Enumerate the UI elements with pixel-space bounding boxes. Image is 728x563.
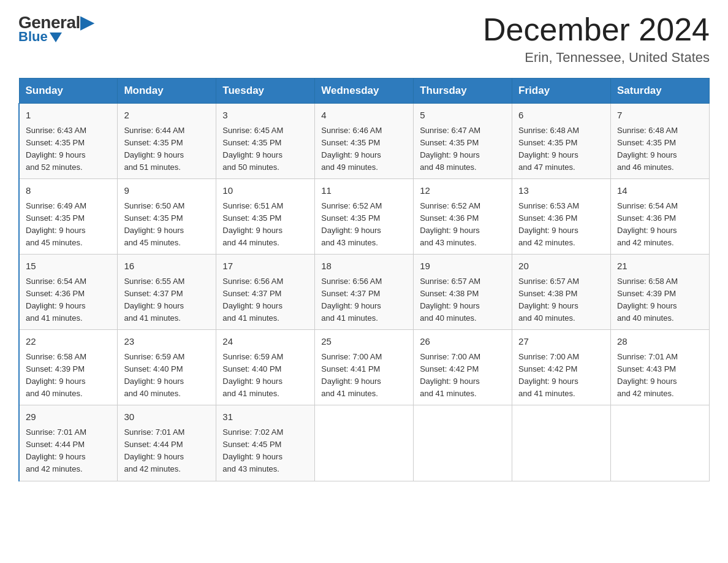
day-number: 26	[420, 335, 506, 349]
day-number: 9	[124, 184, 210, 198]
day-number: 11	[321, 184, 407, 198]
calendar-cell: 28Sunrise: 7:01 AMSunset: 4:43 PMDayligh…	[611, 330, 710, 405]
day-number: 19	[420, 259, 506, 274]
calendar-week-row: 29Sunrise: 7:01 AMSunset: 4:44 PMDayligh…	[19, 405, 710, 481]
day-number: 12	[420, 184, 506, 198]
calendar-subtitle: Erin, Tennessee, United States	[483, 50, 710, 66]
calendar-title: December 2024	[483, 12, 710, 47]
day-number: 24	[222, 335, 308, 349]
calendar-cell: 21Sunrise: 6:58 AMSunset: 4:39 PMDayligh…	[611, 255, 710, 330]
day-number: 20	[518, 259, 604, 274]
day-number: 10	[222, 184, 308, 198]
day-info: Sunrise: 6:51 AMSunset: 4:35 PMDaylight:…	[222, 200, 308, 250]
day-info: Sunrise: 6:46 AMSunset: 4:35 PMDaylight:…	[321, 124, 407, 174]
day-info: Sunrise: 6:48 AMSunset: 4:35 PMDaylight:…	[617, 124, 703, 174]
day-info: Sunrise: 6:54 AMSunset: 4:36 PMDaylight:…	[617, 200, 703, 250]
calendar-cell: 8Sunrise: 6:49 AMSunset: 4:35 PMDaylight…	[19, 179, 118, 255]
calendar-cell: 5Sunrise: 6:47 AMSunset: 4:35 PMDaylight…	[414, 104, 512, 179]
day-info: Sunrise: 6:48 AMSunset: 4:35 PMDaylight:…	[518, 124, 604, 174]
day-info: Sunrise: 6:59 AMSunset: 4:40 PMDaylight:…	[222, 351, 308, 400]
calendar-cell: 20Sunrise: 6:57 AMSunset: 4:38 PMDayligh…	[512, 255, 611, 330]
calendar-cell	[414, 405, 512, 481]
calendar-cell: 16Sunrise: 6:55 AMSunset: 4:37 PMDayligh…	[118, 255, 216, 330]
header-monday: Monday	[118, 79, 216, 104]
day-number: 4	[321, 109, 407, 123]
day-number: 31	[222, 410, 308, 424]
day-number: 2	[124, 109, 210, 123]
calendar-cell: 17Sunrise: 6:56 AMSunset: 4:37 PMDayligh…	[216, 255, 315, 330]
day-number: 28	[617, 335, 703, 349]
day-number: 15	[26, 259, 111, 274]
day-info: Sunrise: 6:55 AMSunset: 4:37 PMDaylight:…	[124, 275, 210, 325]
day-info: Sunrise: 6:45 AMSunset: 4:35 PMDaylight:…	[222, 124, 308, 174]
day-number: 23	[124, 335, 210, 349]
calendar-cell: 26Sunrise: 7:00 AMSunset: 4:42 PMDayligh…	[414, 330, 512, 405]
calendar-cell: 24Sunrise: 6:59 AMSunset: 4:40 PMDayligh…	[216, 330, 315, 405]
day-number: 18	[321, 259, 407, 274]
calendar-cell: 12Sunrise: 6:52 AMSunset: 4:36 PMDayligh…	[414, 179, 512, 255]
calendar-week-row: 22Sunrise: 6:58 AMSunset: 4:39 PMDayligh…	[19, 330, 710, 405]
calendar-cell: 2Sunrise: 6:44 AMSunset: 4:35 PMDaylight…	[118, 104, 216, 179]
day-number: 7	[617, 109, 703, 123]
day-number: 6	[518, 109, 604, 123]
calendar-cell: 6Sunrise: 6:48 AMSunset: 4:35 PMDaylight…	[512, 104, 611, 179]
day-info: Sunrise: 6:56 AMSunset: 4:37 PMDaylight:…	[321, 275, 407, 325]
calendar-cell: 22Sunrise: 6:58 AMSunset: 4:39 PMDayligh…	[19, 330, 118, 405]
calendar-cell: 14Sunrise: 6:54 AMSunset: 4:36 PMDayligh…	[611, 179, 710, 255]
day-number: 25	[321, 335, 407, 349]
day-info: Sunrise: 6:58 AMSunset: 4:39 PMDaylight:…	[26, 351, 111, 400]
day-info: Sunrise: 6:58 AMSunset: 4:39 PMDaylight:…	[617, 275, 703, 325]
day-number: 14	[617, 184, 703, 198]
calendar-cell: 1Sunrise: 6:43 AMSunset: 4:35 PMDaylight…	[19, 104, 118, 179]
day-info: Sunrise: 6:50 AMSunset: 4:35 PMDaylight:…	[124, 200, 210, 250]
day-number: 30	[124, 410, 210, 424]
logo: General▶ Blue	[18, 12, 93, 45]
day-info: Sunrise: 7:01 AMSunset: 4:44 PMDaylight:…	[26, 426, 111, 476]
day-info: Sunrise: 6:56 AMSunset: 4:37 PMDaylight:…	[222, 275, 308, 325]
calendar-cell: 23Sunrise: 6:59 AMSunset: 4:40 PMDayligh…	[118, 330, 216, 405]
day-info: Sunrise: 7:01 AMSunset: 4:44 PMDaylight:…	[124, 426, 210, 476]
calendar-cell: 30Sunrise: 7:01 AMSunset: 4:44 PMDayligh…	[118, 405, 216, 481]
day-info: Sunrise: 7:02 AMSunset: 4:45 PMDaylight:…	[222, 426, 308, 476]
calendar-cell: 25Sunrise: 7:00 AMSunset: 4:41 PMDayligh…	[315, 330, 414, 405]
day-info: Sunrise: 6:59 AMSunset: 4:40 PMDaylight:…	[124, 351, 210, 400]
day-number: 1	[26, 109, 111, 123]
page-header: General▶ Blue December 2024 Erin, Tennes…	[18, 12, 710, 66]
header-friday: Friday	[512, 79, 611, 104]
weekday-header-row: Sunday Monday Tuesday Wednesday Thursday…	[19, 79, 710, 104]
calendar-cell: 10Sunrise: 6:51 AMSunset: 4:35 PMDayligh…	[216, 179, 315, 255]
calendar-cell	[512, 405, 611, 481]
day-info: Sunrise: 7:00 AMSunset: 4:42 PMDaylight:…	[420, 351, 506, 400]
calendar-cell: 27Sunrise: 7:00 AMSunset: 4:42 PMDayligh…	[512, 330, 611, 405]
calendar-week-row: 1Sunrise: 6:43 AMSunset: 4:35 PMDaylight…	[19, 104, 710, 179]
day-info: Sunrise: 6:57 AMSunset: 4:38 PMDaylight:…	[420, 275, 506, 325]
day-number: 5	[420, 109, 506, 123]
day-info: Sunrise: 6:44 AMSunset: 4:35 PMDaylight:…	[124, 124, 210, 174]
calendar-cell: 19Sunrise: 6:57 AMSunset: 4:38 PMDayligh…	[414, 255, 512, 330]
day-info: Sunrise: 6:53 AMSunset: 4:36 PMDaylight:…	[518, 200, 604, 250]
calendar-cell: 3Sunrise: 6:45 AMSunset: 4:35 PMDaylight…	[216, 104, 315, 179]
calendar-week-row: 15Sunrise: 6:54 AMSunset: 4:36 PMDayligh…	[19, 255, 710, 330]
day-info: Sunrise: 7:00 AMSunset: 4:42 PMDaylight:…	[518, 351, 604, 400]
logo-blue-text: Blue	[18, 29, 62, 45]
calendar-cell: 18Sunrise: 6:56 AMSunset: 4:37 PMDayligh…	[315, 255, 414, 330]
day-info: Sunrise: 6:52 AMSunset: 4:36 PMDaylight:…	[420, 200, 506, 250]
day-number: 17	[222, 259, 308, 274]
calendar-cell: 7Sunrise: 6:48 AMSunset: 4:35 PMDaylight…	[611, 104, 710, 179]
header-tuesday: Tuesday	[216, 79, 315, 104]
day-number: 16	[124, 259, 210, 274]
calendar-cell: 31Sunrise: 7:02 AMSunset: 4:45 PMDayligh…	[216, 405, 315, 481]
calendar-cell: 29Sunrise: 7:01 AMSunset: 4:44 PMDayligh…	[19, 405, 118, 481]
day-info: Sunrise: 6:47 AMSunset: 4:35 PMDaylight:…	[420, 124, 506, 174]
calendar-cell	[611, 405, 710, 481]
day-number: 29	[26, 410, 111, 424]
day-number: 8	[26, 184, 111, 198]
day-number: 3	[222, 109, 308, 123]
day-info: Sunrise: 6:49 AMSunset: 4:35 PMDaylight:…	[26, 200, 111, 250]
day-info: Sunrise: 6:52 AMSunset: 4:35 PMDaylight:…	[321, 200, 407, 250]
calendar-table: Sunday Monday Tuesday Wednesday Thursday…	[18, 78, 710, 481]
header-sunday: Sunday	[19, 79, 118, 104]
calendar-cell	[315, 405, 414, 481]
day-number: 13	[518, 184, 604, 198]
day-info: Sunrise: 6:43 AMSunset: 4:35 PMDaylight:…	[26, 124, 111, 174]
